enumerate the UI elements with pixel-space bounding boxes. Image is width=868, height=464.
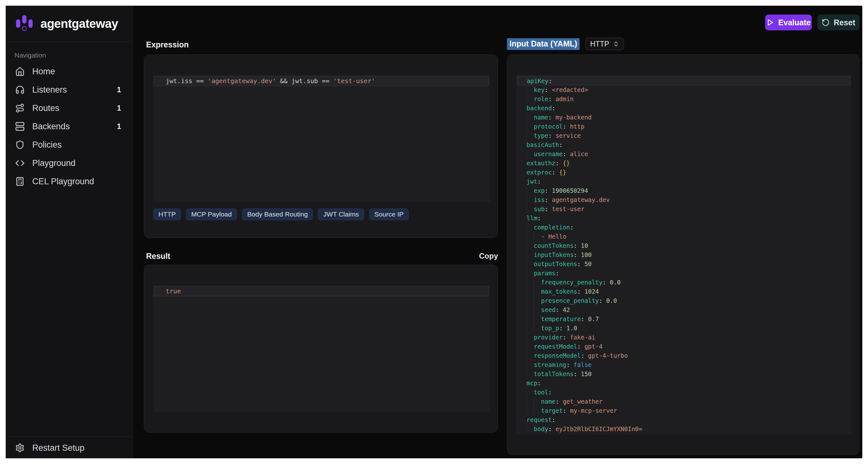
input-type-select[interactable]: HTTP: [585, 38, 624, 50]
indent-guide: [526, 85, 534, 95]
sidebar-item-listeners[interactable]: Listeners1: [9, 82, 129, 98]
yaml-line: name: my-backend: [516, 113, 851, 122]
yaml-key: temperature: [541, 314, 581, 324]
indent-guide: [534, 406, 541, 415]
sidebar-item-playground[interactable]: Playground: [9, 155, 129, 171]
yaml-line: target: my-mcp-server: [516, 406, 851, 415]
yaml-key: params: [534, 269, 556, 278]
example-tag-source-ip[interactable]: Source IP: [369, 208, 409, 220]
code-token: && jwt.sub ==: [276, 77, 333, 85]
indent-guide: [526, 296, 534, 305]
example-tag-mcp-payload[interactable]: MCP Payload: [186, 208, 237, 220]
yaml-colon: :: [548, 388, 552, 397]
sidebar-item-cel-playground[interactable]: CEL Playground: [9, 173, 129, 189]
sidebar-item-backends[interactable]: Backends1: [9, 119, 129, 134]
indent-guide: [526, 186, 534, 195]
yaml-value: test-user: [548, 204, 584, 214]
yaml-line: iss: agentgateway.dev: [516, 195, 851, 204]
yaml-colon: :: [548, 131, 552, 140]
indent-guide: [526, 278, 534, 287]
yaml-line: params:: [516, 269, 851, 278]
code-token: 'agentgateway.dev': [208, 77, 276, 85]
yaml-key: seed: [541, 305, 556, 314]
indent-guide: [526, 223, 534, 232]
example-tag-http[interactable]: HTTP: [153, 208, 181, 220]
yaml-colon: :: [566, 360, 570, 369]
indent-guide: [526, 360, 534, 369]
yaml-colon: :: [563, 406, 566, 415]
indent-guide: [534, 232, 541, 241]
yaml-colon: :: [545, 204, 548, 214]
sidebar-item-home[interactable]: Home: [9, 64, 129, 79]
indent-guide: [534, 305, 541, 314]
yaml-key: extproc: [526, 168, 552, 177]
sidebar-item-label: Home: [32, 67, 55, 76]
app-window: agentgateway Navigation HomeListeners1Ro…: [6, 6, 862, 458]
sidebar-item-label: CEL Playground: [32, 177, 94, 187]
expression-header: Expression: [146, 39, 498, 50]
yaml-line: seed: 42: [516, 305, 851, 314]
sidebar-item-label: Backends: [32, 122, 70, 131]
indent-guide: [526, 150, 534, 159]
nav-section-label: Navigation: [14, 52, 132, 59]
sidebar-item-label: Policies: [32, 140, 62, 150]
yaml-colon: :: [545, 195, 548, 204]
expression-editor[interactable]: jwt.iss == 'agentgateway.dev' && jwt.sub…: [153, 75, 490, 202]
yaml-colon: :: [577, 287, 581, 296]
yaml-value: http: [566, 122, 584, 131]
reset-label: Reset: [834, 18, 855, 27]
yaml-line: extauthz: {}: [516, 159, 851, 168]
yaml-line: requestModel: gpt-4: [516, 342, 851, 351]
example-tag-body-based-routing[interactable]: Body Based Routing: [242, 208, 313, 220]
yaml-colon: :: [545, 186, 548, 195]
yaml-line: llm:: [516, 214, 851, 223]
evaluate-button[interactable]: Evaluate: [765, 14, 812, 30]
yaml-line: sub: test-user: [516, 204, 851, 214]
yaml-key: role: [534, 95, 548, 104]
indent-guide: [534, 324, 541, 333]
yaml-line: apiKey:: [517, 76, 850, 85]
calculator-icon: [15, 177, 25, 186]
sidebar-item-routes[interactable]: Routes1: [9, 100, 129, 116]
indent-guide: [526, 333, 534, 342]
yaml-editor[interactable]: apiKey:key: <redacted>role: adminbackend…: [516, 75, 851, 435]
yaml-colon: :: [545, 85, 548, 95]
indent-guide: [526, 425, 534, 434]
sidebar-footer: Restart Setup: [6, 436, 132, 458]
server-icon: [15, 122, 25, 131]
yaml-line: username: alice: [516, 150, 851, 159]
yaml-value: false: [570, 360, 592, 369]
yaml-colon: :: [549, 76, 552, 85]
yaml-value: 1.0: [563, 324, 578, 333]
yaml-colon: :: [556, 397, 559, 406]
home-icon: [15, 67, 25, 76]
expression-code-line[interactable]: jwt.iss == 'agentgateway.dev' && jwt.sub…: [154, 76, 489, 86]
yaml-colon: :: [570, 223, 573, 232]
copy-button[interactable]: Copy: [479, 252, 498, 260]
indent-guide: [526, 113, 534, 122]
reset-button[interactable]: Reset: [817, 14, 860, 30]
yaml-line: jwt:: [516, 177, 851, 186]
input-data-card: apiKey:key: <redacted>role: adminbackend…: [507, 54, 860, 455]
yaml-line: frequency_penalty: 0.0: [516, 278, 851, 287]
indent-guide: [526, 287, 534, 296]
yaml-key: countTokens: [534, 241, 574, 250]
example-tag-jwt-claims[interactable]: JWT Claims: [318, 208, 364, 220]
agentgateway-logo-icon: [14, 13, 35, 34]
example-tags: HTTPMCP PayloadBody Based RoutingJWT Cla…: [153, 208, 409, 220]
indent-guide: [526, 122, 534, 131]
yaml-key: outputTokens: [534, 260, 577, 269]
restart-setup-button[interactable]: Restart Setup: [9, 440, 129, 456]
yaml-line: streaming: false: [516, 360, 851, 369]
indent-guide: [526, 324, 534, 333]
rotate-ccw-icon: [822, 18, 830, 27]
input-type-value: HTTP: [590, 40, 609, 48]
logo[interactable]: agentgateway: [6, 6, 132, 42]
gear-icon: [15, 443, 25, 453]
yaml-line: key: <redacted>: [516, 85, 851, 95]
yaml-line: exp: 1900650294: [516, 186, 851, 195]
yaml-value: 42: [559, 305, 570, 314]
indent-guide: [526, 314, 534, 324]
result-editor[interactable]: true: [153, 285, 490, 412]
sidebar-item-policies[interactable]: Policies: [9, 137, 129, 153]
